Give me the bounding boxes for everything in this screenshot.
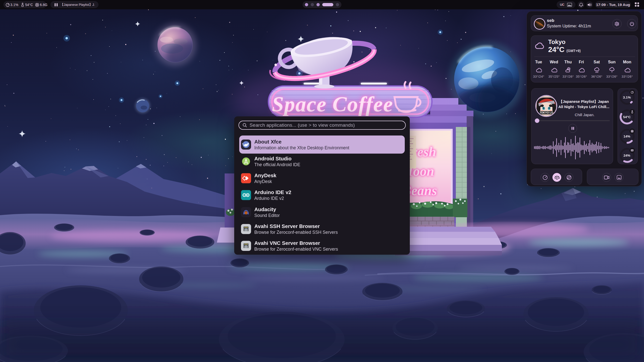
svg-text:Space Coffee: Space Coffee — [272, 92, 393, 116]
svg-text:TOKYO LO: TOKYO LO — [540, 111, 553, 114]
